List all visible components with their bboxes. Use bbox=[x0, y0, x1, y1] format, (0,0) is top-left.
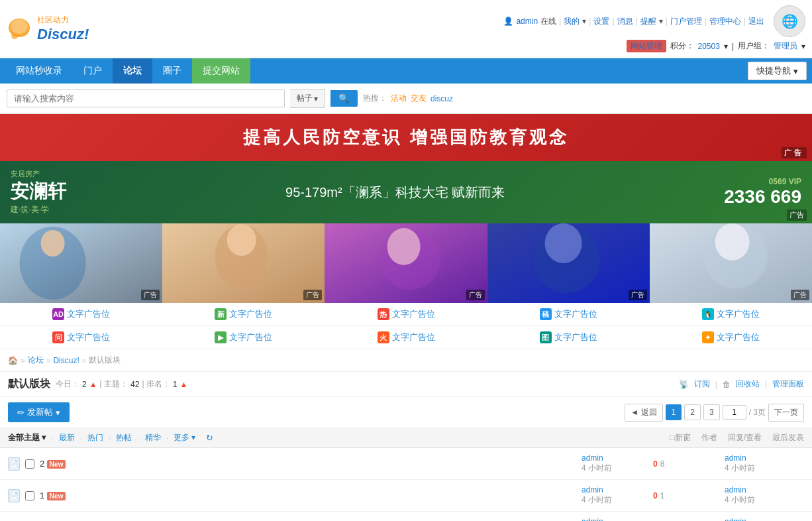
search-icon: 🔍 bbox=[338, 93, 350, 103]
admin-center-link[interactable]: 管理中心 bbox=[709, 16, 741, 27]
thread-icon: 📄 bbox=[8, 457, 20, 471]
settings-link[interactable]: 设置 bbox=[593, 16, 609, 27]
gallery-item-1[interactable]: 广告 bbox=[162, 223, 325, 303]
ad-badge-6: ▶ bbox=[215, 331, 227, 343]
user-icon: 👤 bbox=[503, 17, 513, 26]
breadcrumb-forum[interactable]: 论坛 bbox=[28, 355, 44, 366]
site-admin-link[interactable]: 网站管理 bbox=[627, 40, 666, 52]
thread-checkbox-1[interactable] bbox=[25, 491, 34, 500]
gallery-item-0[interactable]: 广告 bbox=[0, 223, 162, 303]
page-button-3[interactable]: 3 bbox=[703, 404, 720, 420]
ad-text-item-0[interactable]: AD 文字广告位 bbox=[0, 308, 162, 320]
filter-hot[interactable]: 热门 bbox=[87, 432, 103, 443]
ad-text-item-4[interactable]: 🐧 文字广告位 bbox=[650, 308, 812, 320]
quick-nav-button[interactable]: 快捷导航 ▾ bbox=[748, 62, 807, 80]
green-banner-phone: 0569 VIP 2336 669 bbox=[724, 177, 801, 207]
table-row: 📄 目前市面上VPS厂商数不胜数，为了抢夺争夺市场 图 New admin 9 … bbox=[0, 512, 812, 521]
new-post-button[interactable]: ✏ 发新帖 ▾ bbox=[8, 402, 70, 422]
recycle-link[interactable]: 回收站 bbox=[736, 378, 760, 390]
thread-replies-0: 0 8 bbox=[653, 459, 719, 469]
ad-text-item-9[interactable]: ✦ 文字广告位 bbox=[650, 331, 812, 343]
filter-latest[interactable]: 最新 bbox=[59, 432, 75, 443]
points-value-link[interactable]: 20503 bbox=[698, 42, 720, 51]
header-top-links: 👤 admin 在线 | 我的▾ | 设置 | 消息 | 提醒▾ | 门户管理 … bbox=[503, 5, 805, 37]
logo-discuz-label: Discuz! bbox=[37, 26, 89, 43]
portal-mgmt-link[interactable]: 门户管理 bbox=[670, 16, 702, 27]
svg-point-8 bbox=[227, 224, 256, 256]
trash-icon: 🗑 bbox=[723, 380, 731, 389]
main-nav: 网站秒收录 门户 论坛 圈子 提交网站 快捷导航 ▾ bbox=[0, 58, 812, 84]
green-banner-brand: 安居房产 安澜轩 建·筑·美·学 bbox=[11, 169, 66, 215]
filter-more[interactable]: 更多 ▾ bbox=[174, 432, 195, 443]
filter-all-topics[interactable]: 全部主题 ▾ bbox=[8, 432, 46, 443]
ad-text-item-2[interactable]: 热 文字广告位 bbox=[325, 308, 487, 320]
logout-link[interactable]: 退出 bbox=[748, 16, 764, 27]
hot-search-link-2[interactable]: discuz bbox=[431, 94, 453, 103]
gallery-item-4[interactable]: 广告 bbox=[650, 223, 812, 303]
nav-item-portal[interactable]: 门户 bbox=[73, 58, 113, 84]
nav-item-forum[interactable]: 论坛 bbox=[113, 58, 152, 84]
forum-header: 默认版块 今日： 2 ▲ | 主题： 42 | 排名： 1 ▲ 📡 订阅 | 🗑… bbox=[0, 372, 812, 397]
green-banner: 安居房产 安澜轩 建·筑·美·学 95-179m²「澜系」科技大宅 赋新而来 0… bbox=[0, 161, 812, 223]
chevron-down-icon: ▾ bbox=[56, 408, 60, 418]
search-type-button[interactable]: 帖子 ▾ bbox=[290, 89, 325, 108]
gallery-item-2[interactable]: 广告 bbox=[325, 223, 487, 303]
usergroup-value-link[interactable]: 管理员 bbox=[774, 40, 797, 52]
col-lastpost-header: 最后发表 bbox=[772, 432, 804, 443]
site-logo-icon bbox=[7, 17, 32, 42]
page-button-1[interactable]: 1 bbox=[666, 404, 682, 420]
filter-hotpost[interactable]: 热帖 bbox=[116, 432, 132, 443]
hot-search-link-1[interactable]: 交友 bbox=[411, 93, 427, 104]
ad-text-item-8[interactable]: 图 文字广告位 bbox=[487, 331, 650, 343]
red-banner-ad-tag: 广告 bbox=[782, 147, 807, 158]
ad-text-item-3[interactable]: 稿 文字广告位 bbox=[487, 308, 650, 320]
ad-badge-9: ✦ bbox=[702, 331, 714, 343]
ad-text-item-7[interactable]: 火 文字广告位 bbox=[325, 331, 487, 343]
admin-panel-link[interactable]: 管理面板 bbox=[772, 378, 804, 390]
nav-item-circle[interactable]: 圈子 bbox=[152, 58, 192, 84]
breadcrumb-discuz[interactable]: Discuz! bbox=[53, 356, 79, 365]
filter-elite[interactable]: 精华 bbox=[145, 432, 161, 443]
page-input[interactable] bbox=[723, 405, 746, 420]
forum-name: 默认版块 bbox=[8, 377, 50, 391]
nav-item-sitecollect[interactable]: 网站秒收录 bbox=[5, 58, 73, 84]
username-link[interactable]: admin bbox=[516, 17, 538, 26]
back-button[interactable]: ◄ 返回 bbox=[625, 404, 662, 422]
nav-item-submit[interactable]: 提交网站 bbox=[192, 58, 250, 84]
next-page-button[interactable]: 下一页 bbox=[768, 404, 804, 422]
page-button-2[interactable]: 2 bbox=[684, 404, 701, 420]
gallery-ad-tag-4: 广告 bbox=[791, 290, 809, 300]
ad-text-item-6[interactable]: ▶ 文字广告位 bbox=[162, 331, 325, 343]
gallery-item-3[interactable]: 广告 bbox=[487, 223, 650, 303]
thread-title-0[interactable]: 2 New bbox=[40, 459, 66, 469]
thread-title-1[interactable]: 1 New bbox=[40, 491, 66, 500]
points-value: 20503 bbox=[698, 42, 720, 51]
hot-search-link-0[interactable]: 活动 bbox=[391, 93, 407, 104]
col-author-header: 作者 bbox=[701, 432, 717, 443]
col-headers: □新窗 作者 回复/查看 最后发表 bbox=[670, 432, 804, 443]
breadcrumb-current: 默认版块 bbox=[89, 355, 121, 366]
today-up-icon: ▲ bbox=[89, 380, 97, 389]
thread-title-area-0: 2 New bbox=[40, 459, 576, 469]
ad-text-item-1[interactable]: 新 文字广告位 bbox=[162, 308, 325, 320]
ad-text-row-1: AD 文字广告位 新 文字广告位 热 文字广告位 稿 文字广告位 🐧 文字广告位 bbox=[0, 303, 812, 326]
messages-link[interactable]: 消息 bbox=[617, 16, 633, 27]
table-row: 📄 1 New admin 4 小时前 0 1 admin 4 小时前 bbox=[0, 480, 812, 512]
forum-stats: 今日： 2 ▲ | 主题： 42 | 排名： 1 ▲ bbox=[56, 378, 187, 390]
my-link[interactable]: 我的 bbox=[564, 16, 580, 27]
svg-point-11 bbox=[387, 228, 421, 265]
refresh-button[interactable]: ↻ bbox=[206, 433, 213, 443]
ad-text-item-5[interactable]: 问 文字广告位 bbox=[0, 331, 162, 343]
site-icon: 🌐 bbox=[774, 5, 805, 37]
svg-point-17 bbox=[715, 223, 749, 260]
subscribe-link[interactable]: 订阅 bbox=[694, 378, 710, 390]
red-banner: 提高人民防空意识 增强国防教育观念 广告 bbox=[0, 114, 812, 161]
home-icon: 🏠 bbox=[8, 356, 18, 365]
search-input[interactable] bbox=[7, 89, 285, 107]
thread-author-2: admin 9 天前 bbox=[582, 517, 648, 521]
image-gallery: 广告 广告 广告 广告 bbox=[0, 223, 812, 303]
reminders-link[interactable]: 提醒 bbox=[640, 16, 656, 27]
search-submit-button[interactable]: 🔍 bbox=[330, 90, 358, 107]
table-row: 📄 2 New admin 4 小时前 0 8 admin 4 小时前 bbox=[0, 448, 812, 480]
thread-checkbox-0[interactable] bbox=[25, 459, 34, 469]
